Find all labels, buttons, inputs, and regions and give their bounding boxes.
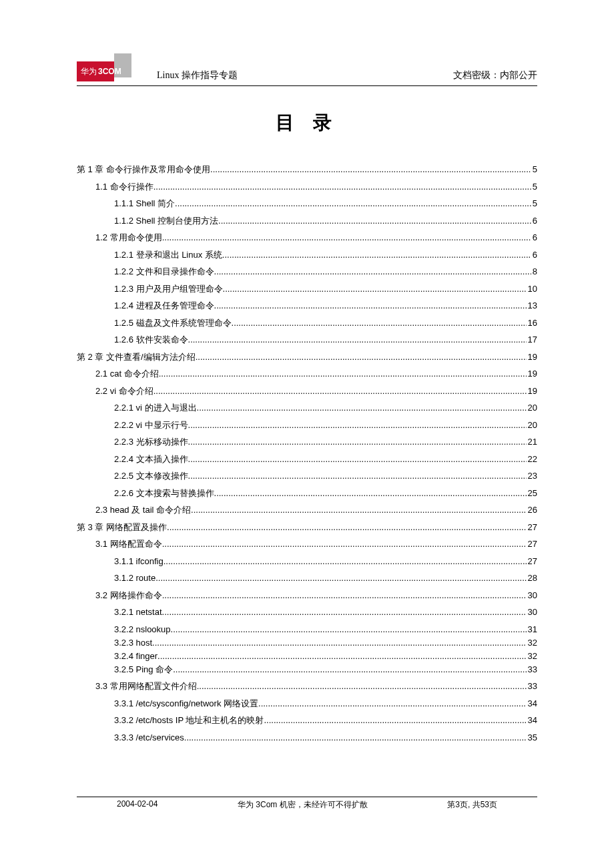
- toc-entry[interactable]: 3.3 常用网络配置文件介绍33: [95, 682, 537, 690]
- toc-dots: [188, 437, 527, 446]
- toc-entry-page: 34: [527, 699, 537, 708]
- toc-entry[interactable]: 3.3.1 /etc/sysconfig/network 网络设置34: [114, 699, 537, 708]
- toc-entry-label: 2.2.4 文本插入操作: [114, 455, 188, 463]
- toc-entry[interactable]: 2.2.1 vi 的进入与退出20: [114, 403, 537, 412]
- toc-entry-label: 3.1.1 ifconfig: [114, 557, 164, 566]
- toc-entry[interactable]: 3.2 网络操作命令30: [95, 591, 537, 600]
- toc-dots: [171, 625, 527, 634]
- toc-entry[interactable]: 第 1 章 命令行操作及常用命令使用5: [77, 165, 537, 174]
- toc-entry[interactable]: 3.1 网络配置命令27: [95, 539, 537, 548]
- toc-entry[interactable]: 3.2.4 finger32: [114, 652, 537, 660]
- toc-entry[interactable]: 1.2.6 软件安装命令17: [114, 335, 537, 344]
- doc-classification: 文档密级：内部公开: [453, 69, 537, 81]
- toc-entry[interactable]: 2.3 head 及 tail 命令介绍26: [95, 505, 537, 514]
- toc-dots: [258, 699, 527, 708]
- toc-dots: [188, 335, 527, 344]
- toc-dots: [188, 421, 527, 429]
- toc-entry-page: 26: [527, 505, 537, 514]
- page: 华为 3COM Linux 操作指导专题 文档密级：内部公开 目 录 第 1 章…: [0, 0, 614, 868]
- toc-entry-label: 3.2.3 host: [114, 638, 152, 647]
- toc-entry-page: 30: [527, 608, 537, 616]
- toc-dots: [264, 716, 526, 724]
- toc-dots: [191, 505, 526, 514]
- toc-entry-page: 21: [527, 437, 537, 446]
- toc-entry[interactable]: 2.2.5 文本修改操作23: [114, 471, 537, 480]
- toc-dots: [173, 665, 526, 674]
- toc-entry[interactable]: 2.2.4 文本插入操作22: [114, 455, 537, 463]
- toc-dots: [154, 387, 527, 395]
- toc-entry[interactable]: 3.1.1 ifconfig27: [114, 557, 537, 566]
- toc-entry-label: 3.3 常用网络配置文件介绍: [95, 682, 197, 690]
- toc-entry-page: 8: [531, 267, 537, 276]
- toc-entry-label: 1.1.2 Shell 控制台使用方法: [114, 216, 218, 225]
- toc-entry[interactable]: 3.1.2 route28: [114, 574, 537, 582]
- toc-entry-page: 34: [527, 716, 537, 724]
- toc-entry-page: 35: [527, 733, 537, 742]
- toc-dots: [218, 216, 531, 225]
- toc-entry-page: 5: [531, 165, 537, 174]
- toc-entry[interactable]: 1.2.5 磁盘及文件系统管理命令16: [114, 318, 537, 327]
- toc-entry-label: 1.2.2 文件和目录操作命令: [114, 267, 214, 276]
- toc-entry[interactable]: 1.2.3 用户及用户组管理命令10: [114, 284, 537, 293]
- toc-entry[interactable]: 1.2.2 文件和目录操作命令8: [114, 267, 537, 276]
- toc-dots: [222, 250, 531, 259]
- toc-entry-page: 10: [527, 284, 537, 293]
- toc-entry-label: 3.2.2 nslookup: [114, 625, 171, 634]
- toc-entry[interactable]: 3.2.1 netstat30: [114, 608, 537, 616]
- toc-entry-page: 27: [527, 557, 537, 566]
- toc-entry[interactable]: 2.2 vi 命令介绍19: [95, 387, 537, 395]
- toc-dots: [223, 284, 527, 293]
- toc-entry-page: 6: [531, 233, 537, 242]
- toc-entry[interactable]: 3.2.3 host32: [114, 638, 537, 647]
- toc-entry[interactable]: 1.2.1 登录和退出 Linux 系统6: [114, 250, 537, 259]
- toc-entry-label: 1.2.4 进程及任务管理命令: [114, 301, 214, 310]
- footer-page-info: 第3页, 共53页: [447, 799, 497, 811]
- toc-entry[interactable]: 1.1 命令行操作5: [95, 182, 537, 191]
- toc-entry-page: 20: [527, 421, 537, 429]
- toc-entry-page: 6: [531, 216, 537, 225]
- toc-entry[interactable]: 3.3.3 /etc/services35: [114, 733, 537, 742]
- toc-dots: [214, 301, 527, 310]
- toc-entry[interactable]: 1.2 常用命令使用6: [95, 233, 537, 242]
- toc-entry-page: 22: [527, 455, 537, 463]
- toc-entry[interactable]: 第 3 章 网络配置及操作27: [77, 523, 537, 531]
- toc-title: 目 录: [77, 110, 537, 136]
- toc-dots: [156, 574, 526, 582]
- toc-entry-label: 3.1 网络配置命令: [95, 539, 162, 548]
- toc-entry-page: 13: [527, 301, 537, 310]
- toc-entry[interactable]: 第 2 章 文件查看/编辑方法介绍19: [77, 353, 537, 361]
- footer-confidential: 华为 3Com 机密，未经许可不得扩散: [238, 799, 368, 811]
- toc-entry[interactable]: 2.1 cat 命令介绍19: [95, 369, 537, 378]
- toc-entry-page: 27: [527, 539, 537, 548]
- toc-entry-label: 第 3 章 网络配置及操作: [77, 523, 167, 531]
- page-header: 华为 3COM Linux 操作指导专题 文档密级：内部公开: [77, 53, 537, 81]
- toc-entry-page: 33: [527, 665, 537, 674]
- header-left: 华为 3COM Linux 操作指导专题: [77, 53, 238, 81]
- toc-entry[interactable]: 3.2.2 nslookup31: [114, 625, 537, 634]
- toc-dots: [197, 682, 527, 690]
- toc-entry[interactable]: 1.1.2 Shell 控制台使用方法6: [114, 216, 537, 225]
- toc-entry-label: 1.1.1 Shell 简介: [114, 199, 175, 208]
- footer-divider: [77, 797, 537, 797]
- toc-entry-page: 20: [527, 403, 537, 412]
- toc-entry[interactable]: 2.2.2 vi 中显示行号20: [114, 421, 537, 429]
- toc-entry-label: 1.2.6 软件安装命令: [114, 335, 188, 344]
- toc-entry-page: 19: [527, 353, 537, 361]
- toc-dots: [158, 652, 526, 660]
- toc-entry-page: 5: [531, 199, 537, 208]
- classification-label: 文档密级：: [453, 70, 500, 80]
- logo-text-right: 3COM: [98, 67, 121, 76]
- toc-entry-page: 27: [527, 523, 537, 531]
- toc-dots: [162, 539, 527, 548]
- toc-entry-page: 6: [531, 250, 537, 259]
- toc-entry-label: 3.3.1 /etc/sysconfig/network 网络设置: [114, 699, 258, 708]
- toc-dots: [162, 233, 531, 242]
- toc-entry-label: 1.2 常用命令使用: [95, 233, 162, 242]
- toc-entry[interactable]: 1.2.4 进程及任务管理命令13: [114, 301, 537, 310]
- toc-entry[interactable]: 2.2.6 文本搜索与替换操作25: [114, 489, 537, 497]
- page-footer: 2004-02-04 华为 3Com 机密，未经许可不得扩散 第3页, 共53页: [77, 797, 537, 811]
- toc-entry[interactable]: 1.1.1 Shell 简介5: [114, 199, 537, 208]
- toc-entry[interactable]: 2.2.3 光标移动操作21: [114, 437, 537, 446]
- toc-entry[interactable]: 3.3.2 /etc/hosts IP 地址和主机名的映射34: [114, 716, 537, 724]
- toc-entry[interactable]: 3.2.5 Ping 命令33: [114, 665, 537, 674]
